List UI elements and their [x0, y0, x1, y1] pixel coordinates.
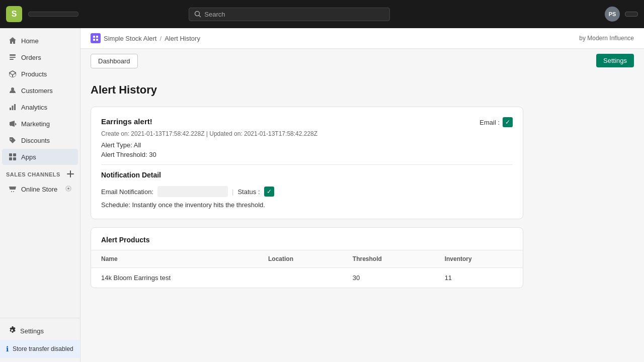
sidebar-label-settings: Settings — [20, 327, 44, 335]
topbar: S Search PS — [0, 0, 644, 28]
sales-channels-label: SALES CHANNELS — [6, 171, 60, 177]
sidebar-item-orders[interactable]: Orders — [2, 49, 78, 65]
app-icon — [91, 33, 101, 43]
svg-rect-1 — [10, 54, 16, 56]
svg-rect-10 — [9, 157, 12, 160]
svg-rect-5 — [10, 108, 11, 110]
sidebar-label-analytics: Analytics — [21, 104, 47, 111]
sidebar-item-products[interactable]: Products — [2, 66, 78, 82]
divider — [101, 164, 513, 165]
table-head: Name Location Threshold Inventory — [91, 250, 523, 268]
email-badge: Email : ✓ — [479, 117, 513, 127]
sidebar-nav: Home Orders Products Custo — [0, 28, 80, 318]
svg-rect-8 — [9, 153, 12, 156]
sidebar-item-apps[interactable]: Apps — [2, 149, 78, 165]
alert-card: Earrings alert! Email : ✓ Create on: 202… — [91, 107, 523, 219]
sidebar-item-marketing[interactable]: Marketing — [2, 116, 78, 132]
sidebar-label-customers: Customers — [21, 87, 53, 95]
online-store-settings-icon[interactable] — [65, 185, 72, 194]
settings-icon — [8, 326, 16, 336]
settings-button[interactable]: Settings — [596, 54, 634, 67]
svg-rect-9 — [13, 153, 16, 156]
schedule-label: Schedule: — [101, 201, 130, 209]
sidebar-label-discounts: Discounts — [21, 137, 50, 144]
sidebar-label-apps: Apps — [21, 153, 36, 161]
discounts-icon — [8, 136, 17, 145]
app-header: Simple Stock Alert / Alert History by Mo… — [80, 28, 644, 49]
alert-type-value: All — [134, 141, 141, 149]
topbar-store-btn[interactable] — [625, 12, 638, 17]
avatar[interactable]: PS — [605, 7, 620, 22]
search-container: Search — [189, 8, 390, 21]
sidebar: Home Orders Products Custo — [0, 28, 80, 362]
svg-rect-2 — [10, 57, 16, 58]
sidebar-item-online-store[interactable]: Online Store — [2, 181, 78, 197]
sales-channels-header: SALES CHANNELS — [0, 165, 80, 180]
svg-rect-3 — [10, 59, 14, 60]
email-notification-value — [157, 186, 228, 197]
svg-point-12 — [67, 188, 69, 190]
store-selector[interactable] — [28, 12, 78, 17]
schedule-value: Instantly once the inventory hits the th… — [132, 201, 265, 209]
svg-rect-14 — [96, 36, 98, 38]
product-inventory: 11 — [435, 268, 523, 288]
sidebar-item-customers[interactable]: Customers — [2, 82, 78, 99]
breadcrumb: Simple Stock Alert / Alert History — [91, 33, 200, 43]
apps-icon — [8, 152, 17, 161]
breadcrumb-separator: / — [160, 35, 162, 42]
search-icon — [194, 11, 201, 18]
email-notification-row: Email Notification: | Status : ✓ — [101, 186, 513, 197]
col-threshold: Threshold — [343, 250, 435, 268]
analytics-icon — [8, 103, 17, 112]
product-location — [258, 268, 343, 288]
info-icon: ℹ — [6, 345, 9, 353]
col-name: Name — [91, 250, 258, 268]
alert-products-table: Name Location Threshold Inventory 14k Bl… — [91, 250, 523, 288]
svg-rect-6 — [12, 106, 14, 110]
sidebar-label-orders: Orders — [21, 54, 41, 61]
customers-icon — [8, 86, 17, 95]
svg-rect-11 — [13, 157, 16, 160]
alert-threshold: Alert Threshold: 30 — [101, 151, 513, 158]
sidebar-item-settings[interactable]: Settings — [2, 323, 78, 339]
dashboard-button[interactable]: Dashboard — [91, 54, 138, 68]
sidebar-label-products: Products — [21, 70, 47, 78]
alert-card-header: Earrings alert! Email : ✓ — [101, 117, 513, 127]
alert-products-card: Alert Products Name Location Threshold I… — [91, 227, 523, 288]
shopify-logo: S — [6, 6, 22, 22]
table-body: 14k Bloom Earrings test 30 11 — [91, 268, 523, 288]
topbar-right: PS — [605, 7, 638, 22]
sidebar-item-home[interactable]: Home — [2, 33, 78, 49]
status-label: Status : — [237, 188, 260, 196]
breadcrumb-app-name: Simple Stock Alert — [104, 35, 157, 42]
product-name: 14k Bloom Earrings test — [91, 268, 258, 288]
by-text: by Modern Influence — [579, 35, 634, 42]
schedule-row: Schedule: Instantly once the inventory h… — [101, 201, 513, 209]
home-icon — [8, 36, 17, 45]
col-location: Location — [258, 250, 343, 268]
store-transfer-bar: ℹ Store transfer disabled — [0, 340, 80, 358]
svg-rect-16 — [96, 39, 98, 41]
search-placeholder: Search — [204, 11, 225, 18]
svg-rect-13 — [93, 36, 95, 38]
sidebar-item-discounts[interactable]: Discounts — [2, 132, 78, 148]
online-store-icon — [8, 185, 17, 194]
table-header-section: Alert Products — [91, 228, 523, 250]
marketing-icon — [8, 119, 17, 128]
sidebar-bottom: Settings ℹ Store transfer disabled — [0, 318, 80, 362]
product-threshold: 30 — [343, 268, 435, 288]
sidebar-label-marketing: Marketing — [21, 120, 50, 128]
orders-icon — [8, 53, 17, 62]
products-icon — [8, 69, 17, 78]
sidebar-label-online-store: Online Store — [21, 186, 57, 193]
add-sales-channel-btn[interactable] — [67, 170, 74, 178]
page-content: Alert History Earrings alert! Email : ✓ … — [80, 73, 533, 298]
toolbar: Dashboard Settings — [80, 49, 644, 73]
sidebar-item-analytics[interactable]: Analytics — [2, 99, 78, 115]
notification-detail-title: Notification Detail — [101, 171, 513, 179]
alert-threshold-value: 30 — [149, 151, 156, 158]
email-label: Email : — [479, 119, 500, 126]
alert-threshold-label: Alert Threshold: — [101, 151, 147, 158]
svg-rect-7 — [14, 104, 16, 110]
svg-rect-15 — [93, 39, 95, 41]
